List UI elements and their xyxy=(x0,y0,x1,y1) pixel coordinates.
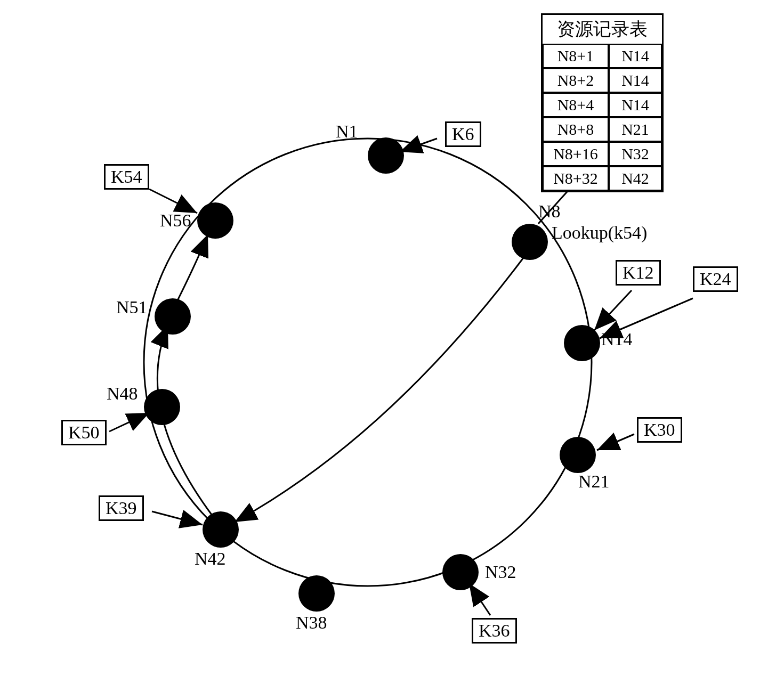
key-k36: K36 xyxy=(472,618,517,644)
node-n51 xyxy=(155,298,191,335)
svg-line-9 xyxy=(149,189,197,213)
label-n21: N21 xyxy=(578,471,610,492)
label-n51: N51 xyxy=(116,297,148,317)
label-n14: N14 xyxy=(601,329,633,349)
label-n32: N32 xyxy=(485,562,516,582)
key-k6: K6 xyxy=(445,121,481,147)
label-n42: N42 xyxy=(195,549,226,569)
key-k50: K50 xyxy=(61,420,107,445)
svg-overlay xyxy=(0,0,784,692)
key-k39: K39 xyxy=(99,495,144,521)
node-n1 xyxy=(368,137,404,174)
table-row: N8+32N42 xyxy=(543,166,662,191)
key-k30: K30 xyxy=(637,417,682,443)
node-n56 xyxy=(197,202,233,239)
key-k54: K54 xyxy=(104,164,149,190)
svg-line-6 xyxy=(469,583,490,615)
node-n42 xyxy=(203,511,239,548)
finger-table-title: 资源记录表 xyxy=(543,15,662,44)
node-n21 xyxy=(560,437,596,473)
node-n14 xyxy=(564,325,600,361)
finger-table: 资源记录表 N8+1N14 N8+2N14 N8+4N14 N8+8N21 N8… xyxy=(541,13,664,192)
svg-line-5 xyxy=(597,434,634,450)
table-row: N8+16N32 xyxy=(543,142,662,166)
table-row: N8+4N14 xyxy=(543,93,662,117)
node-n32 xyxy=(442,554,479,590)
chord-diagram: 资源记录表 N8+1N14 N8+2N14 N8+4N14 N8+8N21 N8… xyxy=(0,0,784,692)
node-n48 xyxy=(144,389,180,425)
key-k12: K12 xyxy=(616,260,661,286)
label-n8-lookup: Lookup(k54) xyxy=(552,223,647,243)
node-n38 xyxy=(298,575,335,612)
label-n56: N56 xyxy=(160,210,191,231)
svg-line-8 xyxy=(109,413,149,432)
table-row: N8+2N14 xyxy=(543,68,662,93)
table-row: N8+8N21 xyxy=(543,117,662,142)
label-n48: N48 xyxy=(107,384,138,404)
label-n1: N1 xyxy=(336,121,358,142)
svg-line-3 xyxy=(594,290,632,330)
node-n8 xyxy=(512,224,548,260)
label-n8: N8 xyxy=(538,201,561,222)
label-n38: N38 xyxy=(296,613,327,633)
table-row: N8+1N14 xyxy=(543,44,662,68)
svg-line-7 xyxy=(152,511,203,525)
svg-line-2 xyxy=(400,139,437,152)
key-k24: K24 xyxy=(693,266,738,292)
